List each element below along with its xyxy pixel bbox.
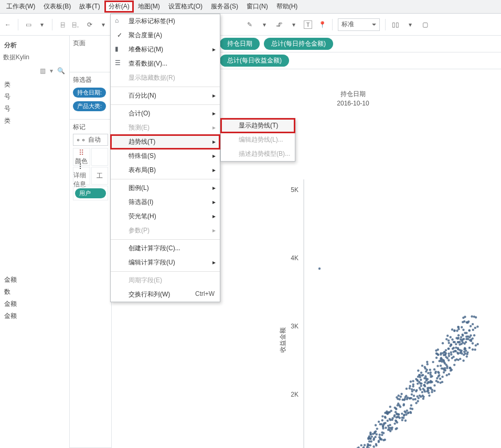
marks-pill-user[interactable]: 用户 bbox=[73, 186, 108, 200]
shelf-pill[interactable]: 总计(每日收益金额) bbox=[220, 55, 289, 67]
shelf-pill[interactable]: 总计(每日持仓金额) bbox=[264, 38, 333, 50]
menu-item[interactable]: 堆叠标记(M)▮▸ bbox=[111, 42, 220, 57]
menu-item[interactable]: 百分比(N)▸ bbox=[111, 89, 220, 103]
menu-item[interactable]: 合计(O)▸ bbox=[111, 106, 220, 121]
svg-point-130 bbox=[414, 398, 416, 400]
marks-type-select[interactable]: ⚬⚬ 自动 bbox=[73, 134, 108, 146]
chevron-down-icon[interactable]: ▾ bbox=[99, 20, 108, 29]
svg-point-465 bbox=[463, 354, 465, 356]
svg-point-89 bbox=[445, 338, 447, 340]
dimension-item[interactable]: 号 bbox=[3, 91, 66, 103]
menu-bar: 工作表(W)仪表板(B)故事(T)分析(A)地图(M)设置格式(O)服务器(S)… bbox=[0, 0, 501, 14]
svg-point-247 bbox=[432, 361, 434, 363]
menu-item[interactable]: 筛选器(I)▸ bbox=[111, 195, 220, 209]
menu-item[interactable]: 编辑计算字段(U)▸ bbox=[111, 255, 220, 270]
menu-item[interactable]: 分析(A) bbox=[104, 1, 134, 13]
menu-item[interactable]: 显示趋势线(T) bbox=[221, 119, 295, 133]
menu-item[interactable]: 特殊值(S)▸ bbox=[111, 149, 220, 163]
svg-point-166 bbox=[382, 432, 385, 434]
pencil-icon[interactable]: ✎ bbox=[245, 20, 254, 29]
svg-point-412 bbox=[437, 354, 439, 356]
menu-item[interactable]: 帮助(H) bbox=[272, 1, 302, 13]
add-datasource-icon[interactable]: ⌸₊ bbox=[71, 20, 81, 29]
shape-icon: ⚬⚬ bbox=[76, 136, 86, 144]
svg-point-353 bbox=[403, 410, 406, 412]
svg-point-213 bbox=[367, 443, 369, 445]
svg-point-25 bbox=[402, 404, 404, 406]
menu-item[interactable]: 创建计算字段(C)... bbox=[111, 241, 220, 255]
svg-point-435 bbox=[411, 393, 413, 396]
menu-item[interactable]: 地图(M) bbox=[134, 1, 164, 13]
chevron-down-icon[interactable]: ▾ bbox=[37, 20, 47, 29]
showme-icon[interactable]: ▯▯ bbox=[391, 20, 400, 29]
shelf-pill[interactable]: 持仓日期 bbox=[220, 38, 260, 50]
marks-size[interactable] bbox=[91, 148, 109, 166]
filter-pill[interactable]: 产品大类: bbox=[73, 101, 106, 111]
svg-point-31 bbox=[381, 419, 383, 421]
svg-point-162 bbox=[412, 398, 414, 400]
dimension-item[interactable]: 数 bbox=[3, 286, 66, 298]
x-axis-date: 2016-10-10 bbox=[185, 99, 501, 107]
menu-item[interactable]: 设置格式(O) bbox=[164, 1, 207, 13]
cards-column: 页面 筛选器 持仓日期: 产品大类: 标记 ⚬⚬ 自动 ⠿颜色 ⠇详细信息 工 … bbox=[70, 36, 112, 448]
chevron-down-icon[interactable]: ▾ bbox=[289, 20, 299, 29]
shortcut-label: Ctrl+W bbox=[195, 290, 215, 297]
svg-point-482 bbox=[406, 410, 408, 412]
marks-detail[interactable]: ⠇详细信息 bbox=[73, 167, 90, 185]
svg-point-497 bbox=[389, 427, 391, 429]
dimension-item[interactable]: 类 bbox=[3, 115, 66, 127]
svg-point-432 bbox=[461, 340, 463, 342]
svg-point-252 bbox=[435, 380, 438, 382]
svg-point-470 bbox=[463, 321, 465, 323]
menu-item[interactable]: 工作表(W) bbox=[2, 1, 39, 13]
clip-icon[interactable]: 🖇 bbox=[274, 20, 284, 29]
svg-point-132 bbox=[371, 435, 373, 438]
menu-item[interactable]: 查看数据(V)...☰ bbox=[111, 57, 220, 71]
svg-point-357 bbox=[448, 373, 450, 375]
svg-point-172 bbox=[466, 321, 468, 323]
svg-point-170 bbox=[384, 417, 386, 419]
filter-pill[interactable]: 持仓日期: bbox=[73, 88, 106, 98]
menu-item[interactable]: 故事(T) bbox=[75, 1, 104, 13]
save-icon[interactable]: ▭ bbox=[24, 20, 33, 29]
view-icon[interactable]: ▥ bbox=[40, 67, 46, 74]
dimension-item[interactable]: 金额 bbox=[3, 310, 66, 322]
marks-tooltip[interactable]: 工 bbox=[91, 167, 109, 185]
menu-item[interactable]: 服务器(S) bbox=[207, 1, 242, 13]
chevron-down-icon[interactable]: ▾ bbox=[406, 20, 415, 29]
arrow-left-icon[interactable]: ← bbox=[3, 20, 13, 29]
dimension-item[interactable]: 类 bbox=[3, 79, 66, 91]
dimension-item[interactable]: 金额 bbox=[3, 274, 66, 286]
svg-point-491 bbox=[420, 379, 422, 381]
svg-point-203 bbox=[450, 351, 452, 353]
chevron-down-icon[interactable]: ▾ bbox=[50, 67, 53, 74]
search-icon[interactable]: 🔍 bbox=[57, 67, 65, 74]
datasource-icon[interactable]: ⌸ bbox=[58, 20, 67, 29]
presentation-icon[interactable]: ▢ bbox=[420, 20, 430, 29]
svg-point-411 bbox=[373, 437, 375, 439]
menu-item[interactable]: 交换行和列(W)Ctrl+W bbox=[111, 287, 220, 302]
menu-item[interactable]: 图例(L)▸ bbox=[111, 181, 220, 195]
menu-item[interactable]: 趋势线(T)▸ bbox=[111, 135, 220, 149]
menu-item[interactable]: 聚合度量(A)✓ bbox=[111, 28, 220, 42]
dimension-item[interactable]: 金额 bbox=[3, 298, 66, 310]
menu-item[interactable]: 显示标记标签(H)⌂ bbox=[111, 14, 220, 28]
svg-point-399 bbox=[427, 372, 429, 374]
dimension-item[interactable]: 号 bbox=[3, 103, 66, 115]
svg-point-143 bbox=[438, 374, 440, 376]
menu-item[interactable]: 仪表板(B) bbox=[39, 1, 75, 13]
menu-item[interactable]: 表布局(B)▸ bbox=[111, 163, 220, 177]
menu-item: 描述趋势模型(B)... bbox=[221, 147, 295, 161]
refresh-icon[interactable]: ⟳ bbox=[85, 20, 94, 29]
text-icon[interactable]: T bbox=[304, 20, 312, 29]
chevron-down-icon[interactable]: ▾ bbox=[260, 20, 269, 29]
datasource-name[interactable]: 数据Kylin bbox=[3, 53, 66, 66]
svg-point-61 bbox=[410, 404, 412, 407]
pin-icon[interactable]: 📍 bbox=[317, 20, 327, 29]
svg-point-327 bbox=[449, 367, 451, 369]
fit-select[interactable]: 标准 bbox=[338, 18, 380, 31]
analysis-tab[interactable]: 分析 bbox=[4, 41, 17, 50]
menu-item[interactable]: 窗口(N) bbox=[242, 1, 272, 13]
svg-point-455 bbox=[396, 427, 398, 429]
menu-item[interactable]: 荧光笔(H)▸ bbox=[111, 209, 220, 223]
